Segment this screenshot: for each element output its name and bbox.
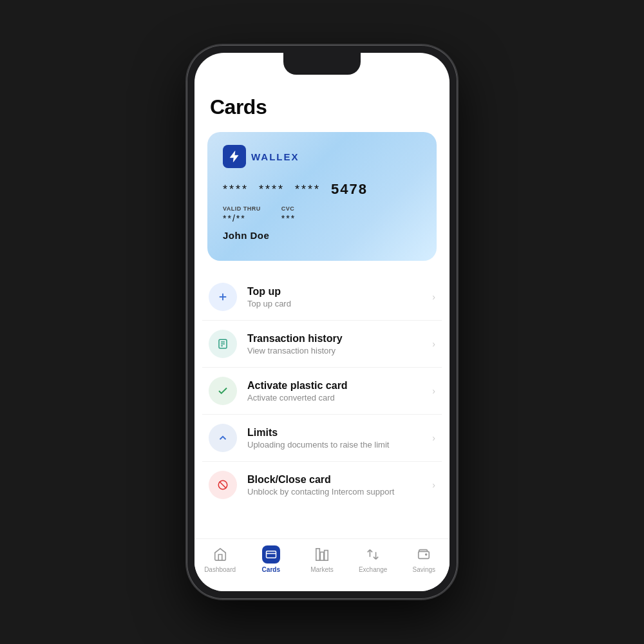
cards-icon [262, 545, 280, 564]
card-number-g2: **** [259, 183, 285, 196]
block-close-chevron: › [432, 480, 435, 490]
activate-plastic-subtitle: Activate converted card [247, 393, 422, 402]
nav-item-savings[interactable]: Savings [404, 545, 443, 573]
card-number-last: 5478 [331, 181, 368, 198]
card-number-g1: **** [223, 183, 249, 196]
svg-rect-11 [320, 552, 324, 560]
page-header: Cards [194, 85, 450, 124]
wallex-logo-icon [223, 145, 246, 168]
transaction-history-icon [209, 330, 237, 358]
menu-item-limits[interactable]: Limits Uploading documents to raise the … [202, 415, 442, 462]
transaction-history-chevron: › [432, 339, 435, 349]
nav-item-markets[interactable]: Markets [303, 545, 341, 573]
card-section: WALLEX **** **** **** 5478 VALID THRU **… [194, 124, 450, 274]
valid-thru-value: **/** [223, 213, 261, 223]
card-valid-thru: VALID THRU **/** [223, 205, 261, 223]
limits-text: Limits Uploading documents to raise the … [247, 427, 422, 450]
svg-line-7 [220, 482, 227, 489]
dashboard-label: Dashboard [204, 566, 236, 573]
exchange-icon [364, 545, 382, 564]
transaction-history-text: Transaction history View transaction his… [247, 333, 422, 355]
top-up-icon [209, 283, 237, 311]
menu-list: Top up Top up card › Transaction history [194, 274, 450, 508]
top-up-title: Top up [247, 286, 422, 298]
screen-content: Cards WALLEX **** **** [194, 53, 450, 538]
top-up-chevron: › [432, 292, 435, 302]
limits-title: Limits [247, 427, 422, 439]
svg-rect-12 [325, 551, 328, 561]
limits-subtitle: Uploading documents to raise the limit [247, 440, 422, 450]
activate-plastic-chevron: › [432, 386, 435, 396]
top-up-subtitle: Top up card [247, 299, 422, 308]
phone-screen: Cards WALLEX **** **** [194, 53, 450, 591]
credit-card[interactable]: WALLEX **** **** **** 5478 VALID THRU **… [207, 132, 437, 261]
savings-label: Savings [413, 566, 436, 573]
card-brand-name: WALLEX [251, 151, 299, 162]
menu-item-transaction-history[interactable]: Transaction history View transaction his… [202, 321, 442, 368]
svg-rect-10 [316, 549, 320, 560]
savings-icon [415, 545, 433, 564]
svg-rect-8 [266, 551, 276, 558]
block-close-text: Block/Close card Unblock by contacting I… [247, 474, 422, 497]
phone-frame: Cards WALLEX **** **** [187, 45, 457, 599]
bottom-nav: Dashboard Cards Markets [194, 538, 450, 591]
transaction-history-subtitle: View transaction history [247, 346, 422, 355]
cvc-value: *** [281, 213, 296, 223]
block-close-icon [209, 471, 237, 499]
limits-icon [209, 424, 237, 452]
card-number-g3: **** [295, 183, 321, 196]
exchange-label: Exchange [359, 566, 387, 573]
notch [283, 53, 361, 75]
card-holder-name: John Doe [223, 230, 421, 241]
activate-plastic-text: Activate plastic card Activate converted… [247, 380, 422, 402]
card-cvc: CVC *** [281, 205, 296, 223]
top-up-text: Top up Top up card [247, 286, 422, 308]
activate-plastic-icon [209, 377, 237, 405]
markets-icon [313, 545, 331, 564]
block-close-title: Block/Close card [247, 474, 422, 486]
menu-item-top-up[interactable]: Top up Top up card › [202, 274, 442, 321]
card-details-row: VALID THRU **/** CVC *** [223, 205, 421, 223]
activate-plastic-title: Activate plastic card [247, 380, 422, 392]
nav-item-cards[interactable]: Cards [252, 545, 290, 573]
cvc-label: CVC [281, 205, 296, 212]
valid-thru-label: VALID THRU [223, 205, 261, 212]
transaction-history-title: Transaction history [247, 333, 422, 345]
cards-label: Cards [262, 566, 280, 573]
page-title: Cards [210, 95, 434, 119]
menu-item-block-close[interactable]: Block/Close card Unblock by contacting I… [202, 462, 442, 508]
nav-item-exchange[interactable]: Exchange [354, 545, 392, 573]
limits-chevron: › [432, 433, 435, 443]
nav-item-dashboard[interactable]: Dashboard [201, 545, 240, 573]
markets-label: Markets [310, 566, 334, 573]
menu-item-activate-plastic[interactable]: Activate plastic card Activate converted… [202, 368, 442, 415]
card-number-row: **** **** **** 5478 [223, 181, 421, 198]
card-logo-row: WALLEX [223, 145, 421, 168]
block-close-subtitle: Unblock by contacting Intercom support [247, 487, 422, 497]
dashboard-icon [211, 545, 229, 564]
